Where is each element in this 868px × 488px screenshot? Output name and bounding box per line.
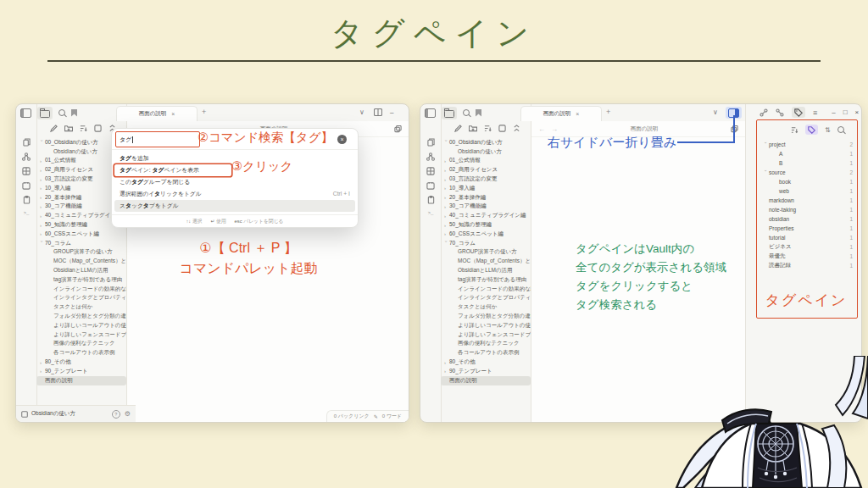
left-sidebar-toggle-icon[interactable]: [425, 108, 436, 118]
tag-row[interactable]: note-taking 1: [760, 205, 858, 214]
tag-row[interactable]: Properties 1: [760, 224, 858, 233]
tree-item[interactable]: › 02_商用ライセンス: [441, 165, 531, 175]
left-sidebar-toggle-icon[interactable]: [20, 108, 31, 118]
templates-icon[interactable]: [427, 196, 435, 204]
collapse-all-icon[interactable]: [513, 125, 520, 132]
tree-item[interactable]: › 90_テンプレート: [36, 367, 126, 376]
tree-item[interactable]: GROUP演算子の使い方: [36, 248, 126, 258]
tag-row[interactable]: › source 2: [760, 168, 858, 177]
window-minimize-button[interactable]: –: [390, 108, 393, 116]
outgoing-links-icon[interactable]: [776, 108, 784, 117]
files-tab-icon[interactable]: [444, 110, 454, 118]
help-icon[interactable]: ?: [112, 410, 120, 419]
new-note-icon[interactable]: [50, 125, 58, 132]
tree-item[interactable]: 各コールアウトの表示例: [36, 348, 126, 358]
tree-item[interactable]: タスクとは何か: [36, 302, 126, 312]
new-tab-button[interactable]: +: [202, 108, 206, 116]
window-minimize-button[interactable]: –: [832, 108, 835, 116]
tree-item[interactable]: フォルダ分類とタグ分類の違い: [441, 312, 531, 321]
tree-item[interactable]: tag演算子が特別である理由: [441, 275, 531, 285]
tag-sort-icon[interactable]: [791, 126, 798, 134]
search-tab-icon[interactable]: [58, 109, 65, 116]
forward-arrow-icon[interactable]: →: [551, 125, 558, 133]
tree-item[interactable]: フォルダ分類とタグ分類の違い: [36, 312, 126, 321]
tag-row[interactable]: A 1: [760, 149, 858, 158]
new-folder-icon[interactable]: [64, 125, 73, 132]
tree-item[interactable]: より詳しいコールアウトの使い方: [441, 321, 531, 330]
quick-switcher-icon[interactable]: [23, 138, 31, 147]
tree-item[interactable]: › 80_その他: [36, 358, 126, 367]
tag-row[interactable]: obsidian 1: [760, 214, 858, 224]
note-tab[interactable]: 画面の説明 ×: [520, 106, 602, 121]
tree-item[interactable]: › 40_コミュニティプラグイン編: [441, 211, 531, 220]
tag-search-icon[interactable]: [837, 126, 844, 133]
tree-item[interactable]: › 00_Obsidianの使い方: [441, 138, 531, 147]
templates-icon[interactable]: [23, 196, 31, 204]
tree-item[interactable]: より詳しいコールアウトの使い方: [36, 321, 126, 330]
tag-row[interactable]: tutorial 1: [760, 233, 858, 242]
tree-item[interactable]: 画像の便利なテクニック: [36, 340, 126, 349]
canvas-icon[interactable]: [426, 167, 435, 175]
tag-row[interactable]: 読書記録 1: [760, 261, 858, 270]
command-palette-input[interactable]: タグ: [115, 131, 200, 147]
tab-list-chevron-icon[interactable]: ∨: [359, 109, 364, 116]
window-close-button[interactable]: ×: [855, 108, 860, 116]
tag-row[interactable]: 最優先 1: [760, 252, 858, 261]
tree-item[interactable]: tag演算子が特別である理由: [36, 275, 126, 285]
daily-note-icon[interactable]: [426, 181, 435, 190]
tag-row[interactable]: ビジネス 1: [760, 242, 858, 252]
nested-tags-toggle[interactable]: [805, 125, 818, 135]
tree-item[interactable]: › 50_知識の整理編: [441, 220, 531, 230]
tab-close-icon[interactable]: ×: [171, 111, 175, 117]
tree-item[interactable]: インラインタグとプロパティタグの..: [36, 294, 126, 303]
files-tab-icon[interactable]: [40, 110, 50, 118]
tree-item[interactable]: ObsidianとLLMの活用: [441, 266, 531, 275]
tag-row[interactable]: web 1: [760, 186, 858, 196]
tree-item[interactable]: › 03_言語設定の変更: [441, 175, 531, 184]
tree-item[interactable]: GROUP演算子の使い方: [441, 248, 531, 258]
tab-list-chevron-icon[interactable]: ∨: [713, 109, 718, 116]
tree-item[interactable]: より詳しいフェンスコードブロック..: [441, 330, 531, 340]
quick-switcher-icon[interactable]: [427, 138, 435, 147]
tree-item[interactable]: タスクとは何か: [441, 302, 531, 312]
outline-list-icon[interactable]: ≡: [813, 108, 817, 117]
tree-item[interactable]: › 30_コア機能編: [441, 202, 531, 212]
tree-item[interactable]: 各コールアウトの表示例: [441, 348, 531, 358]
tree-item[interactable]: › 80_その他: [441, 358, 531, 367]
tag-row[interactable]: markdown 1: [760, 196, 858, 205]
palette-item[interactable]: タグペイン: タグペインを表示: [114, 164, 231, 176]
tree-item[interactable]: Obsidianの使い方: [441, 147, 531, 157]
tree-item[interactable]: インラインタグとプロパティタグの..: [441, 294, 531, 303]
tree-item[interactable]: › 20_基本操作編: [441, 193, 531, 202]
layout-icon[interactable]: [94, 125, 102, 132]
tree-item[interactable]: MOC（Map_of_Contents）とは何か？: [36, 257, 126, 266]
tree-item[interactable]: › 10_導入編: [441, 184, 531, 193]
tree-item[interactable]: › 70_コラム: [441, 239, 531, 248]
new-folder-icon[interactable]: [469, 125, 477, 132]
tree-item[interactable]: より詳しいフェンスコードブロック..: [36, 330, 126, 340]
tag-row[interactable]: › project 2: [760, 140, 858, 149]
tree-item[interactable]: インラインコードの効果的な利用方法: [36, 285, 126, 294]
tree-item[interactable]: インラインコードの効果的な利用方法: [441, 285, 531, 294]
palette-close-icon[interactable]: ×: [337, 135, 347, 144]
palette-item[interactable]: スタックタブをトグル: [114, 200, 355, 212]
tree-item[interactable]: › 60_CSSスニペット編: [441, 230, 531, 239]
sort-order-icon[interactable]: [484, 125, 492, 132]
layout-icon[interactable]: [498, 125, 506, 132]
tree-item[interactable]: › 60_CSSスニペット編: [36, 230, 126, 239]
tree-item[interactable]: 画面の説明: [36, 376, 126, 385]
canvas-icon[interactable]: [22, 167, 31, 175]
new-note-icon[interactable]: [454, 125, 462, 132]
tree-item[interactable]: 画面の説明: [441, 376, 531, 385]
expand-collapse-icon[interactable]: ⇅: [825, 126, 831, 134]
vault-switcher[interactable]: Obsidianの使い方 ? ⚙: [16, 405, 136, 422]
daily-note-icon[interactable]: [22, 181, 31, 190]
sort-order-icon[interactable]: [80, 125, 87, 132]
tag-row[interactable]: B 1: [760, 158, 858, 168]
tree-item[interactable]: MOC（Map_of_Contents）とは何か？: [441, 257, 531, 266]
graph-view-icon[interactable]: [426, 152, 435, 161]
settings-gear-icon[interactable]: ⚙: [125, 410, 131, 419]
tree-item[interactable]: › 90_テンプレート: [441, 367, 531, 376]
tree-item[interactable]: ObsidianとLLMの活用: [36, 266, 126, 275]
search-tab-icon[interactable]: [463, 109, 470, 116]
